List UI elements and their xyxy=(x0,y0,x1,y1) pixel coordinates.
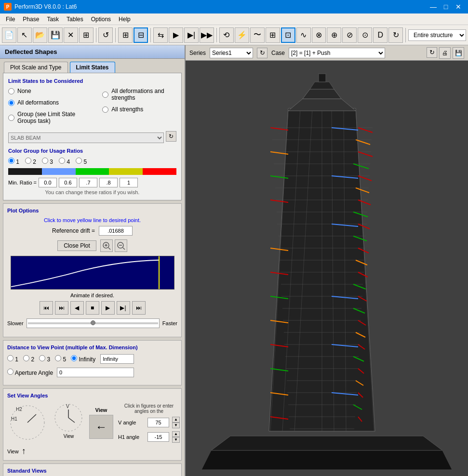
tb-run2[interactable]: ⊟ xyxy=(134,27,148,43)
svg-marker-16 xyxy=(211,436,442,450)
speed-row: Slower Faster xyxy=(7,318,177,328)
ratio-input-1[interactable] xyxy=(59,178,77,187)
radio-all-both-label: All deformations and strengths xyxy=(111,88,176,101)
ratio-input-4[interactable] xyxy=(120,178,138,187)
h1-angle-down[interactable]: ▼ xyxy=(172,437,180,443)
group-select[interactable]: SLAB BEAM xyxy=(8,132,164,143)
anim-last[interactable]: ⏭ xyxy=(132,301,146,315)
anim-prev[interactable]: ⏭ xyxy=(55,301,68,315)
aperture-input[interactable] xyxy=(57,368,134,377)
ratio-input-2[interactable] xyxy=(79,178,97,187)
color-bar-1 xyxy=(8,168,42,175)
svg-text:H2: H2 xyxy=(16,407,22,412)
tb-d[interactable]: D xyxy=(373,27,388,43)
print-btn[interactable]: 🖨 xyxy=(439,47,451,59)
view-bottom: View ↑ xyxy=(7,446,177,456)
anim-step-fwd[interactable]: ▶| xyxy=(117,301,130,315)
tb-force[interactable]: ⊘ xyxy=(342,27,357,43)
title-bar: P Perform3D V8.0.0 : Lat6 — □ ✕ xyxy=(0,0,468,13)
save-img-btn[interactable]: 💾 xyxy=(453,47,464,59)
yellow-line xyxy=(159,256,160,289)
h1-angle-up[interactable]: ▲ xyxy=(172,431,180,437)
view-bottom-label: View xyxy=(7,449,19,454)
tab-limit-states[interactable]: Limit States xyxy=(70,62,115,73)
color-bar-3 xyxy=(76,168,109,175)
radio-all-both-input[interactable] xyxy=(102,92,108,98)
v-angle-down[interactable]: ▼ xyxy=(172,423,180,428)
radio-color-2[interactable] xyxy=(25,158,31,164)
series-select[interactable]: Series1 xyxy=(210,48,253,58)
tb-play3[interactable]: ▶▶ xyxy=(200,27,214,43)
tb-deflect[interactable]: ⊡ xyxy=(281,27,295,43)
tb-mode[interactable]: ⊗ xyxy=(312,27,326,43)
menu-tables[interactable]: Tables xyxy=(63,15,87,24)
compass-h-svg[interactable]: H2 H1 xyxy=(7,402,48,443)
tb-save[interactable]: 💾 xyxy=(48,27,63,43)
tb-open[interactable]: 📂 xyxy=(33,27,47,43)
tb-lightning[interactable]: ⚡ xyxy=(235,27,249,43)
tab-plot-scale[interactable]: Plot Scale and Type xyxy=(4,62,68,73)
tb-play2[interactable]: ▶| xyxy=(184,27,199,43)
aperture-row: Aperture Angle xyxy=(7,368,177,377)
anim-step-back[interactable]: ◀ xyxy=(70,301,84,315)
radio-color-4[interactable] xyxy=(59,158,65,164)
ratio-input-0[interactable] xyxy=(39,178,57,187)
svg-line-5 xyxy=(123,248,125,250)
tb-move1[interactable]: ⇆ xyxy=(153,27,168,43)
zoom-out-btn[interactable] xyxy=(115,239,127,252)
radio-all-deform-input[interactable] xyxy=(8,100,14,106)
dist-radio-inf: Infinity xyxy=(71,355,95,363)
anim-play[interactable]: ▶ xyxy=(101,301,115,315)
tb-play1[interactable]: ▶ xyxy=(169,27,183,43)
radio-color-1[interactable] xyxy=(8,158,14,164)
infinity-input[interactable] xyxy=(100,354,134,364)
v-angle-input[interactable] xyxy=(147,418,169,427)
tb-freq[interactable]: ⊞ xyxy=(266,27,280,43)
v-compass-label: View xyxy=(64,434,74,439)
plot-canvas[interactable] xyxy=(11,256,174,290)
tb-path[interactable]: ⟲ xyxy=(219,27,234,43)
tb-new[interactable]: 📄 xyxy=(2,27,16,43)
tb-undo[interactable]: ↺ xyxy=(98,27,113,43)
group-refresh-btn[interactable]: ↻ xyxy=(166,131,176,142)
anim-first[interactable]: ⏮ xyxy=(40,301,53,315)
anim-stop[interactable]: ■ xyxy=(86,301,99,315)
menu-options[interactable]: Options xyxy=(87,15,115,24)
menu-phase[interactable]: Phase xyxy=(19,15,43,24)
aperture-radio: Aperture Angle xyxy=(7,369,53,376)
case-select[interactable]: [2] = [1] + Push xyxy=(289,48,385,58)
min-ratio-label: Min. Ratio = xyxy=(8,180,37,185)
v-angle-up[interactable]: ▲ xyxy=(172,417,180,423)
zoom-in-btn[interactable] xyxy=(100,239,113,252)
case-refresh-btn[interactable]: ↻ xyxy=(427,47,437,58)
radio-color-3[interactable] xyxy=(42,158,48,164)
tb-delete[interactable]: ✕ xyxy=(64,27,78,43)
tb-pointer[interactable]: ↖ xyxy=(17,27,32,43)
tb-spectrum[interactable]: ∿ xyxy=(296,27,311,43)
tb-section[interactable]: ⊕ xyxy=(327,27,341,43)
close-plot-btn[interactable]: Close Plot xyxy=(57,240,96,251)
menu-help[interactable]: Help xyxy=(115,15,134,24)
ref-drift-input[interactable] xyxy=(99,226,133,236)
ratio-input-3[interactable] xyxy=(99,178,118,187)
close-button[interactable]: ✕ xyxy=(453,2,464,12)
radio-group-input[interactable] xyxy=(8,115,14,121)
tb-disp[interactable]: ⊙ xyxy=(358,27,372,43)
structure-dropdown[interactable]: Entire structure xyxy=(408,29,466,41)
maximize-button[interactable]: □ xyxy=(440,2,452,12)
h1-angle-input[interactable] xyxy=(147,432,169,442)
compass-v-svg[interactable]: V xyxy=(53,402,84,434)
minimize-button[interactable]: — xyxy=(428,2,439,12)
tb-run1[interactable]: ⊞ xyxy=(118,27,133,43)
radio-all-str-input[interactable] xyxy=(102,106,108,113)
radio-color-5[interactable] xyxy=(76,158,82,164)
series-refresh-btn[interactable]: ↻ xyxy=(257,48,267,58)
menu-task[interactable]: Task xyxy=(43,15,63,24)
tb-refresh[interactable]: ↻ xyxy=(388,27,403,43)
speed-slider[interactable] xyxy=(27,318,160,328)
tb-wave[interactable]: 〜 xyxy=(250,27,265,43)
tb-table[interactable]: ⊞ xyxy=(79,27,94,43)
radio-none-input[interactable] xyxy=(8,88,14,94)
group-dropdown-row: SLAB BEAM ↻ xyxy=(8,130,176,143)
menu-file[interactable]: File xyxy=(2,15,19,24)
